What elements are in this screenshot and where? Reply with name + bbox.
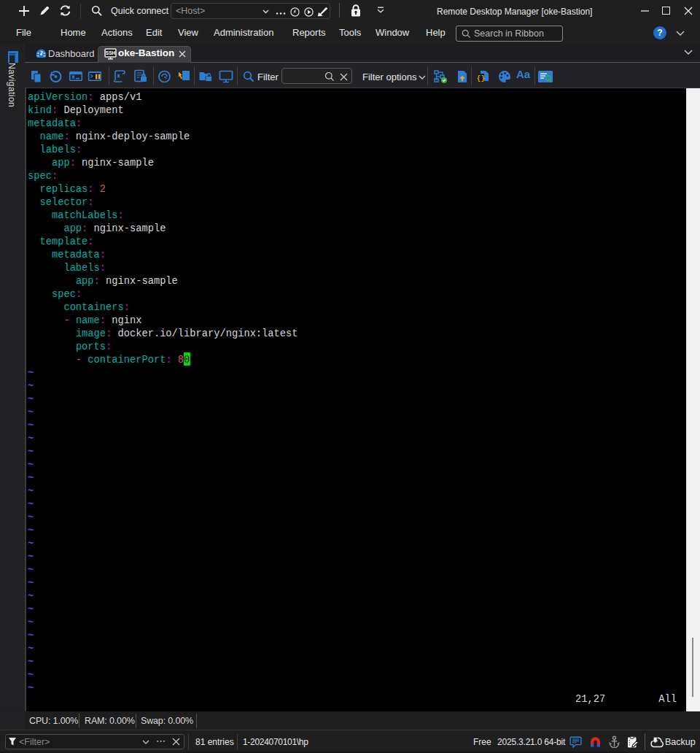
- svg-text:{}: {}: [477, 74, 485, 82]
- svg-text:SSH: SSH: [106, 50, 116, 55]
